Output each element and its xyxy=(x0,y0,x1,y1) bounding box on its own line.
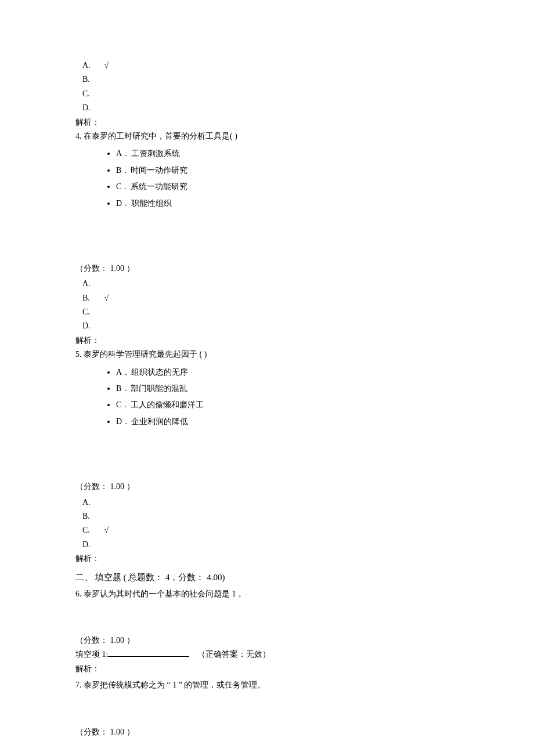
answer-c: C. xyxy=(82,88,459,100)
answer-d: D. xyxy=(82,320,459,332)
answer-letter: B. xyxy=(82,510,100,523)
option-text: 组织状态的无序 xyxy=(131,368,188,377)
q6-analysis-label: 解析： xyxy=(75,663,459,675)
option-letter: C． xyxy=(116,400,129,409)
q4-text: 4. 在泰罗的工时研究中，首要的分析工具是( ) xyxy=(75,130,459,143)
option-text: 工资刺激系统 xyxy=(131,149,180,158)
q6-fill-row: 填空项 1: （正确答案：无效） xyxy=(75,648,459,661)
option-a: A．工资刺激系统 xyxy=(116,147,459,160)
option-text: 工人的偷懒和磨洋工 xyxy=(131,400,204,409)
answer-letter: C. xyxy=(82,88,100,100)
answer-a: A. xyxy=(82,277,459,290)
answer-letter: D. xyxy=(82,538,100,551)
answer-b: B. xyxy=(82,73,459,86)
option-text: 职能性组织 xyxy=(131,199,172,208)
option-b: B．部门职能的混乱 xyxy=(116,382,459,395)
answer-letter: B. xyxy=(82,292,100,305)
answer-a: A. √ xyxy=(82,59,459,72)
option-letter: D． xyxy=(116,199,130,208)
option-letter: A． xyxy=(116,149,130,158)
answer-letter: B. xyxy=(82,73,100,86)
option-d: D．职能性组织 xyxy=(116,197,459,210)
option-a: A．组织状态的无序 xyxy=(116,366,459,379)
answer-b: B. xyxy=(82,510,459,523)
answer-letter: D. xyxy=(82,102,100,114)
q6-score: （分数： 1.00 ） xyxy=(75,634,459,647)
option-letter: D． xyxy=(116,417,130,426)
q6-text: 6. 泰罗认为其时代的一个基本的社会问题是 1 。 xyxy=(75,588,459,601)
q5-answer-list: A. B. C. √ D. xyxy=(82,496,459,552)
option-text: 企业利润的降低 xyxy=(131,417,188,426)
answer-c: C. xyxy=(82,306,459,319)
answer-letter: D. xyxy=(82,320,100,332)
q4-analysis-label: 解析： xyxy=(75,334,459,347)
check-mark-icon: √ xyxy=(104,61,109,70)
q5-options: A．组织状态的无序 B．部门职能的混乱 C．工人的偷懒和磨洋工 D．企业利润的降… xyxy=(75,366,459,429)
q7-score: （分数： 1.00 ） xyxy=(75,726,459,739)
option-text: 系统一功能研究 xyxy=(131,182,187,191)
q4-options: A．工资刺激系统 B．时间一动作研究 C．系统一功能研究 D．职能性组织 xyxy=(75,147,459,210)
q4-score: （分数： 1.00 ） xyxy=(75,262,459,275)
option-text: 部门职能的混乱 xyxy=(131,384,187,393)
fill-blank xyxy=(108,648,189,657)
answer-letter: A. xyxy=(82,59,100,72)
q5-score: （分数： 1.00 ） xyxy=(75,480,459,493)
q3-analysis-label: 解析： xyxy=(75,116,459,129)
answer-letter: C. xyxy=(82,524,100,537)
option-letter: C． xyxy=(116,182,129,191)
q5-text: 5. 泰罗的科学管理研究最先起因于 ( ) xyxy=(75,348,459,361)
q4-answer-list: A. B. √ C. D. xyxy=(82,277,459,333)
answer-letter: A. xyxy=(82,496,100,509)
correct-answer: （正确答案：无效） xyxy=(197,650,270,659)
section2-header: 二、 填空题 ( 总题数： 4，分数： 4.00) xyxy=(75,570,459,584)
option-c: C．系统一功能研究 xyxy=(116,180,459,193)
answer-letter: C. xyxy=(82,306,100,319)
option-letter: A． xyxy=(116,368,130,377)
option-text: 时间一动作研究 xyxy=(131,166,187,175)
check-mark-icon: √ xyxy=(104,294,109,302)
check-mark-icon: √ xyxy=(104,526,109,534)
fill-label: 填空项 1: xyxy=(75,650,108,659)
option-letter: B． xyxy=(116,166,129,175)
answer-d: D. xyxy=(82,102,459,114)
q3-answer-list: A. √ B. C. D. xyxy=(82,59,459,115)
option-c: C．工人的偷懒和磨洋工 xyxy=(116,399,459,411)
answer-d: D. xyxy=(82,538,459,551)
answer-c: C. √ xyxy=(82,524,459,537)
option-letter: B． xyxy=(116,384,129,393)
answer-letter: A. xyxy=(82,277,100,290)
option-b: B．时间一动作研究 xyxy=(116,164,459,177)
q5-analysis-label: 解析： xyxy=(75,552,459,565)
option-d: D．企业利润的降低 xyxy=(116,415,459,428)
spacer xyxy=(75,604,459,633)
answer-b: B. √ xyxy=(82,292,459,305)
spacer xyxy=(75,696,459,725)
q7-text: 7. 泰罗把传统模式称之为 “ 1 ” 的管理，或任务管理。 xyxy=(75,679,459,692)
answer-a: A. xyxy=(82,496,459,509)
